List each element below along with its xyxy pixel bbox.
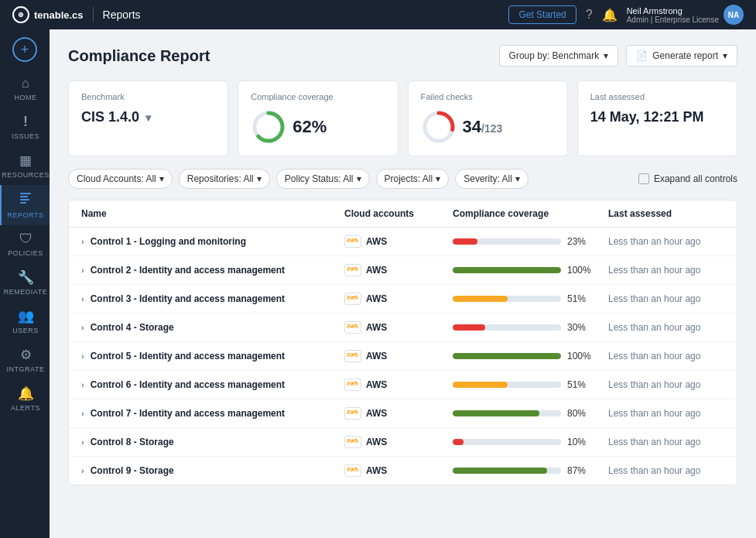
topnav-left: ⊕ tenable.cs Reports [12,6,141,23]
coverage-cell-7: 10% [453,437,608,447]
failed-checks-value-row: 34/123 [421,109,555,145]
coverage-pct-8: 87% [567,465,595,476]
table-row[interactable]: › Control 9 - Storage AWS 87% Less than … [69,457,737,485]
progress-bar-1 [453,267,561,273]
table-row[interactable]: › Control 3 - Identity and access manage… [69,285,737,314]
progress-bar-wrap-7 [453,439,561,445]
control-name-3: Control 4 - Storage [91,322,174,333]
progress-bar-wrap-6 [453,410,561,416]
table-row[interactable]: › Control 4 - Storage AWS 30% Less than … [69,314,737,342]
aws-icon-5 [344,379,361,391]
svg-rect-3 [20,202,26,204]
users-icon: 👥 [18,308,34,324]
last-assessed-6: Less than an hour ago [608,408,724,419]
logo-text: tenable.cs [34,9,84,21]
sidebar-item-home[interactable]: ⌂ HOME [0,70,50,108]
cloud-name-4: AWS [366,351,387,362]
chevron-down-icon-sev: ▾ [515,173,520,184]
row-expand-icon-8[interactable]: › [81,466,84,475]
table-row[interactable]: › Control 8 - Storage AWS 10% Less than … [69,428,737,457]
nav-divider [93,7,94,22]
row-expand-icon-0[interactable]: › [81,237,84,246]
help-button[interactable]: ? [586,8,593,22]
aws-icon-4 [344,350,361,362]
progress-bar-wrap-0 [453,238,561,245]
header-actions: Group by: Benchmark ▾ 📄 Generate report … [499,45,737,67]
topnav: ⊕ tenable.cs Reports Get Started ? 🔔 Nei… [0,0,756,29]
table-row[interactable]: › Control 7 - Identity and access manage… [69,399,737,428]
row-expand-icon-2[interactable]: › [81,294,84,303]
cloud-cell-7: AWS [344,436,453,448]
progress-bar-wrap-4 [453,353,561,359]
sidebar-item-resources[interactable]: ▦ RESOURCES [0,146,50,185]
cloud-accounts-filter[interactable]: Cloud Accounts: All ▾ [68,169,173,189]
expand-all-controls[interactable]: Exapand all controls [638,173,737,184]
row-name-5: › Control 6 - Identity and access manage… [81,379,344,390]
expand-all-checkbox[interactable] [638,173,649,184]
progress-bar-wrap-1 [453,267,561,273]
last-assessed-1: Less than an hour ago [608,265,724,276]
sidebar-item-reports[interactable]: REPORTS [0,185,50,225]
avatar[interactable]: NA [724,5,744,25]
compliance-donut [251,109,286,145]
cloud-accounts-label: Cloud Accounts: All [77,173,156,184]
row-expand-icon-3[interactable]: › [81,323,84,332]
coverage-pct-6: 80% [567,408,595,419]
row-name-0: › Control 1 - Logging and monitoring [81,236,344,247]
logo: ⊕ tenable.cs [12,6,84,23]
policy-status-filter[interactable]: Policy Status: All ▾ [276,169,370,189]
row-expand-icon-1[interactable]: › [81,266,84,275]
control-name-2: Control 3 - Identity and access manageme… [91,293,285,304]
aws-icon-3 [344,321,361,334]
resources-icon: ▦ [19,152,32,169]
group-by-button[interactable]: Group by: Benchmark ▾ [499,45,619,67]
row-name-7: › Control 8 - Storage [81,437,344,447]
user-info: Neil Armstrong Admin | Enterprise Licens… [627,5,744,25]
cloud-cell-8: AWS [344,464,453,477]
projects-filter[interactable]: Projects: All ▾ [376,169,450,189]
group-by-label: Group by: Benchmark [509,50,600,61]
sidebar-item-alerts[interactable]: 🔔 ALERTS [0,379,50,418]
row-expand-icon-6[interactable]: › [81,409,84,418]
row-expand-icon-4[interactable]: › [81,351,84,361]
get-started-button[interactable]: Get Started [508,5,576,24]
coverage-pct-1: 100% [567,265,595,276]
table-row[interactable]: › Control 2 - Identity and access manage… [69,256,737,285]
benchmark-select[interactable]: CIS 1.4.0 ▾ [81,109,215,125]
severity-filter[interactable]: Severity: All ▾ [455,169,529,189]
control-name-1: Control 2 - Identity and access manageme… [91,265,285,276]
cloud-name-7: AWS [366,437,387,447]
aws-icon-8 [344,464,361,477]
row-expand-icon-5[interactable]: › [81,380,84,389]
home-icon: ⌂ [22,76,29,91]
control-name-5: Control 6 - Identity and access manageme… [91,379,285,390]
aws-icon-2 [344,293,361,305]
compliance-coverage-label: Compliance coverage [251,92,385,101]
notifications-button[interactable]: 🔔 [602,8,617,22]
sidebar-label-reports: REPORTS [8,211,44,219]
coverage-cell-1: 100% [453,265,608,276]
compliance-coverage-value-row: 62% [251,109,385,145]
chevron-down-icon-gen: ▾ [723,50,727,61]
progress-bar-wrap-5 [453,382,561,388]
coverage-pct-7: 10% [567,437,595,447]
sidebar-item-issues[interactable]: ! ISSUES [0,108,50,146]
add-button[interactable]: + [12,37,37,62]
failed-checks-value: 34/123 [463,117,503,137]
nav-title: Reports [103,9,141,21]
generate-report-button[interactable]: 📄 Generate report ▾ [626,45,737,67]
table-row[interactable]: › Control 5 - Identity and access manage… [69,342,737,371]
table-row[interactable]: › Control 1 - Logging and monitoring AWS… [69,228,737,256]
repositories-filter[interactable]: Repositories: All ▾ [179,169,270,189]
col-coverage: Compliance coverage [453,208,608,219]
sidebar-item-users[interactable]: 👥 USERS [0,302,50,341]
row-name-3: › Control 4 - Storage [81,322,344,333]
sidebar-item-policies[interactable]: 🛡 POLICIES [0,225,50,263]
table-row[interactable]: › Control 6 - Identity and access manage… [69,371,737,399]
sidebar-item-remediate[interactable]: 🔧 REMEDIATE [0,263,50,302]
progress-bar-6 [453,410,539,416]
row-expand-icon-7[interactable]: › [81,437,84,447]
progress-bar-wrap-8 [453,468,561,474]
sidebar-item-integrate[interactable]: ⚙ INTGRATE [0,341,50,379]
logo-icon: ⊕ [12,6,29,23]
